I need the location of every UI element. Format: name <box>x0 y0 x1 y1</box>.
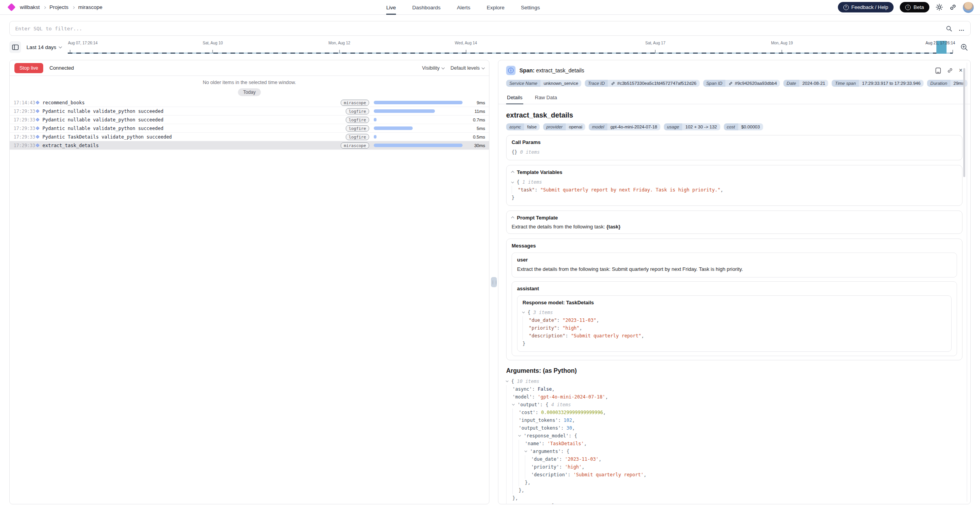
panel-resize-handle[interactable]: ⋮⋮ <box>491 277 497 287</box>
chevron-right-icon <box>43 6 46 9</box>
badge-value: #c3b5157330ea5c1fd4572747af512d26 <box>608 80 699 87</box>
breadcrumb-org[interactable]: willbakst <box>20 4 40 10</box>
log-row[interactable]: 17:29:33extract_task_detailsmirascope30m… <box>10 141 489 150</box>
zoom-in-icon[interactable] <box>957 40 971 54</box>
breadcrumb-project[interactable]: mirascope <box>78 4 102 10</box>
prompt-template-text: Extract the details from the following t… <box>512 224 957 230</box>
timeline-tick-label: Aug 07, 17:26:14 <box>68 41 97 45</box>
code-line: 'messages': [ <box>506 502 962 504</box>
collapse-chevron-icon[interactable] <box>511 171 514 174</box>
span-diamond-icon <box>36 144 40 147</box>
visibility-dropdown[interactable]: Visibility <box>422 65 444 71</box>
log-tag-badge[interactable]: logfire <box>346 117 369 123</box>
user-role-heading: user <box>517 257 952 263</box>
tab-settings[interactable]: Settings <box>521 0 540 15</box>
more-options-icon[interactable]: … <box>959 25 965 32</box>
badge-value: 2024-08-21 <box>799 80 829 87</box>
log-tag-badge[interactable]: mirascope <box>341 142 369 149</box>
expand-chevron-icon[interactable] <box>512 401 517 409</box>
visibility-label: Visibility <box>422 65 440 71</box>
share-link-icon[interactable] <box>949 4 957 11</box>
expand-chevron-icon[interactable] <box>519 432 524 440</box>
messages-card: Messages user Extract the details from t… <box>506 239 962 360</box>
date-badge: Date2024-08-21 <box>783 80 828 87</box>
prompt-variable: {task} <box>607 224 621 230</box>
breadcrumb-projects[interactable]: Projects <box>49 4 69 10</box>
span-attr-badges: asyncfalseprovideropenaimodelgpt-4o-mini… <box>506 123 962 130</box>
log-row[interactable]: 17:29:33Pydantic nullable validate_pytho… <box>10 124 489 133</box>
timeline-tick <box>466 50 466 53</box>
badge-label: Trace ID <box>585 80 608 87</box>
log-row[interactable]: 17:29:33Pydantic nullable validate_pytho… <box>10 116 489 124</box>
feedback-help-button[interactable]: ? Feedback / Help <box>838 2 894 12</box>
code-line: }, <box>506 479 962 486</box>
log-timestamp: 17:29:33 <box>14 126 35 131</box>
scrollbar-thumb[interactable] <box>963 68 965 177</box>
badge-value: false <box>524 123 540 130</box>
theme-toggle-icon[interactable] <box>936 4 943 11</box>
badge-value: $0.00003 <box>738 123 763 130</box>
log-row[interactable]: 17:14:43recommend_booksmirascope9ms <box>10 98 489 107</box>
code-line: "priority": "high", <box>523 324 946 332</box>
prompt-template-heading[interactable]: Prompt Template <box>512 215 957 221</box>
expand-chevron-icon[interactable] <box>506 377 511 385</box>
log-message: Pydantic nullable validate_python succee… <box>42 117 164 123</box>
tab-explore[interactable]: Explore <box>487 0 505 15</box>
badge-label: provider <box>543 123 566 130</box>
log-row[interactable]: 17:29:33Pydantic TaskDetails validate_py… <box>10 133 489 141</box>
search-icon[interactable] <box>946 25 952 32</box>
beta-button[interactable]: i Beta <box>900 2 929 12</box>
tab-live[interactable]: Live <box>386 0 396 15</box>
sidebar-toggle-button[interactable] <box>9 41 21 53</box>
sql-filter-input[interactable] <box>15 26 940 32</box>
duration-bar <box>374 144 463 147</box>
log-tag-badge[interactable]: mirascope <box>341 100 369 106</box>
log-timestamp: 17:14:43 <box>14 100 35 105</box>
expand-chevron-icon[interactable] <box>512 178 517 186</box>
duration-badge: Duration29ms <box>927 80 968 87</box>
scrollbar-track[interactable] <box>967 63 967 502</box>
timeline-tick <box>953 50 953 53</box>
call-params-card: Call Params {} 0 items <box>506 135 962 160</box>
expand-chevron-icon[interactable] <box>512 502 517 504</box>
template-variables-heading[interactable]: Template Variables <box>512 169 957 175</box>
code-line: } <box>523 340 946 348</box>
stop-live-button[interactable]: Stop live <box>14 63 43 73</box>
code-line: 'arguments': { <box>506 448 962 455</box>
logfire-logo-icon[interactable] <box>7 3 16 11</box>
log-tag-badge[interactable]: logfire <box>346 134 369 140</box>
time-span-badge: Time span17:29:33.917 to 17:29:33.946 <box>832 80 924 87</box>
badge-value: 102 + 30 -> 132 <box>682 123 720 130</box>
tab-alerts[interactable]: Alerts <box>457 0 471 15</box>
cost-badge: cost$0.00003 <box>724 123 763 130</box>
badge-value: 17:29:33.917 to 17:29:33.946 <box>859 80 924 87</box>
log-tag-badge[interactable]: logfire <box>346 125 369 132</box>
log-tag-badge[interactable]: logfire <box>346 108 369 114</box>
user-avatar[interactable] <box>963 2 974 13</box>
span-info-icon: i <box>506 66 516 75</box>
question-icon: ? <box>843 5 849 10</box>
tab-dashboards[interactable]: Dashboards <box>412 0 441 15</box>
link-icon[interactable] <box>611 81 615 86</box>
log-row[interactable]: 17:29:33Pydantic nullable validate_pytho… <box>10 107 489 116</box>
badge-label: async <box>506 123 524 130</box>
tab-details[interactable]: Details <box>506 92 523 104</box>
code-line: 'output': { 4 items <box>506 401 962 409</box>
span-diamond-icon <box>36 126 40 130</box>
time-range-dropdown[interactable]: Last 14 days <box>26 44 62 50</box>
span-diamond-icon <box>36 118 40 122</box>
default-levels-dropdown[interactable]: Default levels <box>450 65 484 71</box>
timeline-tick <box>782 50 782 53</box>
expand-chevron-icon[interactable] <box>525 448 530 455</box>
expand-chevron-icon[interactable] <box>523 309 528 316</box>
close-icon[interactable]: × <box>959 67 962 74</box>
default-levels-label: Default levels <box>450 65 480 71</box>
copy-link-icon[interactable] <box>947 67 953 74</box>
tab-raw-data[interactable]: Raw Data <box>534 92 558 104</box>
link-icon[interactable] <box>728 81 733 86</box>
collapse-chevron-icon[interactable] <box>511 217 514 220</box>
open-drawer-icon[interactable] <box>935 67 941 74</box>
duration-bar-track <box>374 144 463 147</box>
code-line: 'model': 'gpt-4o-mini-2024-07-18', <box>506 393 962 401</box>
timeline-track[interactable]: Aug 07, 17:26:14Sat, Aug 10Mon, Aug 12We… <box>68 39 953 55</box>
